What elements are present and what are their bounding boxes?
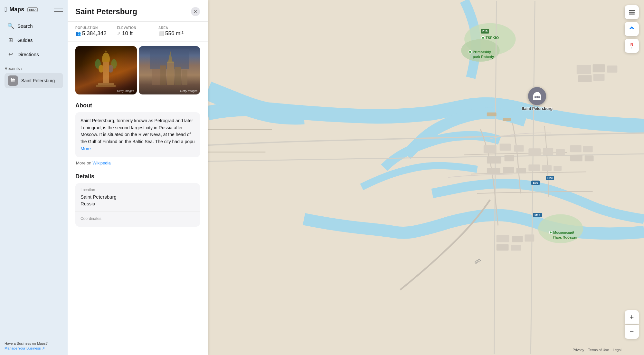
poi-dot-tspkio xyxy=(481,36,485,39)
location-value: Saint PetersburgRussia xyxy=(80,193,195,207)
svg-rect-31 xyxy=(556,149,565,155)
recents-label[interactable]: Recents › xyxy=(5,66,63,71)
area-label: AREA xyxy=(158,26,200,30)
area-stat: AREA ⬜ 556 mi² xyxy=(158,26,200,37)
svg-rect-53 xyxy=(208,152,265,152)
location-row: Location Saint PetersburgRussia xyxy=(75,183,200,212)
sidebar-nav: 🔍 Search ⊞ Guides ↩ Directions xyxy=(0,17,68,63)
svg-rect-35 xyxy=(528,164,540,171)
population-stat: POPULATION 👥 5,384,342 xyxy=(75,26,117,37)
svg-rect-6 xyxy=(98,83,114,86)
manage-business-link[interactable]: Manage Your Business ↗ xyxy=(5,346,63,350)
map-layers-button[interactable] xyxy=(625,5,639,19)
population-icon: 👥 xyxy=(75,31,81,36)
poi-dot-primorskly xyxy=(469,50,472,54)
svg-rect-47 xyxy=(577,65,591,74)
legal-link[interactable]: Legal xyxy=(613,348,621,352)
svg-rect-57 xyxy=(535,92,539,94)
svg-rect-22 xyxy=(487,113,497,116)
svg-rect-34 xyxy=(516,168,526,173)
beta-badge: BETA xyxy=(27,7,38,12)
details-section: Details Location Saint PetersburgRussia … xyxy=(68,170,208,233)
map-footer: Privacy Terms of Use Legal xyxy=(573,348,621,352)
svg-rect-26 xyxy=(514,145,524,152)
location-title: Saint Petersburg xyxy=(75,7,137,16)
compass-button[interactable]: N ● xyxy=(625,39,639,53)
directions-icon: ↩ xyxy=(7,51,14,58)
photo-1-caption: Getty Images xyxy=(117,89,134,93)
pin-label: Saint Petersburg xyxy=(522,106,553,111)
sidebar:  Maps BETA 🔍 Search ⊞ Guides ↩ Directio… xyxy=(0,0,68,355)
photos-row: Getty Images xyxy=(68,42,208,99)
photo-placeholder-1 xyxy=(75,46,137,94)
nav-item-search[interactable]: 🔍 Search xyxy=(3,19,64,33)
svg-point-1 xyxy=(95,59,101,69)
svg-rect-11 xyxy=(152,69,160,85)
svg-rect-63 xyxy=(629,14,635,15)
svg-rect-24 xyxy=(484,145,497,153)
elevation-stat: ELEVATION ↗ 10 ft xyxy=(117,26,158,37)
about-card: Saint Petersburg, formerly known as Petr… xyxy=(75,112,200,157)
svg-rect-16 xyxy=(182,70,187,85)
business-text: Have a Business on Maps? xyxy=(5,341,63,345)
detail-card: Location Saint PetersburgRussia Coordina… xyxy=(75,183,200,227)
svg-rect-28 xyxy=(505,155,514,161)
privacy-link[interactable]: Privacy xyxy=(573,348,584,352)
svg-rect-29 xyxy=(528,148,541,156)
location-label: Location xyxy=(80,188,195,192)
svg-rect-17 xyxy=(167,62,174,63)
sidebar-toggle-button[interactable] xyxy=(54,6,63,13)
svg-rect-7 xyxy=(96,85,116,87)
location-button[interactable] xyxy=(625,22,639,36)
terms-link[interactable]: Terms of Use xyxy=(588,348,609,352)
population-label: POPULATION xyxy=(75,26,117,30)
compass-dot: ● xyxy=(631,47,633,49)
zoom-out-button[interactable]: − xyxy=(625,325,639,339)
recent-item-label: Saint Petersburg xyxy=(21,78,55,83)
nav-item-guides[interactable]: ⊞ Guides xyxy=(3,33,64,47)
svg-rect-46 xyxy=(511,245,521,251)
photo-card-2[interactable]: Getty Images xyxy=(139,46,200,94)
svg-rect-58 xyxy=(535,96,536,98)
map-pin-saint-petersburg[interactable]: Saint Petersburg xyxy=(522,87,553,111)
road-badge-e18: E18 xyxy=(481,29,489,34)
svg-rect-39 xyxy=(583,146,593,152)
wikipedia-link[interactable]: Wikipedia xyxy=(92,161,110,165)
svg-rect-42 xyxy=(497,235,509,242)
photo-placeholder-2 xyxy=(139,46,200,94)
svg-rect-62 xyxy=(629,12,635,13)
poi-primorskly: Primorskly park Pobedy xyxy=(469,50,494,59)
layers-icon xyxy=(628,9,635,16)
svg-rect-27 xyxy=(487,156,501,163)
panel-header: Saint Petersburg ✕ xyxy=(68,0,208,22)
search-icon: 🔍 xyxy=(7,22,14,29)
svg-rect-38 xyxy=(570,145,582,152)
map-area[interactable]: 3ЗД TSPKIO Primorskly park Pobedy Москов… xyxy=(208,0,644,355)
photo-card-1[interactable]: Getty Images xyxy=(75,46,137,94)
svg-rect-49 xyxy=(607,65,617,73)
wikipedia-link-row: More on Wikipedia xyxy=(75,161,200,165)
about-text: Saint Petersburg, formerly known as Petr… xyxy=(80,117,195,152)
svg-rect-61 xyxy=(629,10,635,11)
coordinates-label: Coordinates xyxy=(80,216,195,221)
nav-item-directions[interactable]: ↩ Directions xyxy=(3,47,64,61)
recent-item-icon: 🏛 xyxy=(8,75,18,86)
svg-rect-48 xyxy=(593,64,605,72)
details-title: Details xyxy=(75,173,200,180)
road-badge-m10: M10 xyxy=(533,213,542,217)
population-value: 👥 5,384,342 xyxy=(75,30,117,37)
svg-rect-51 xyxy=(593,74,605,81)
svg-rect-41 xyxy=(585,155,594,161)
sidebar-header:  Maps BETA xyxy=(0,0,68,17)
nav-label-directions: Directions xyxy=(17,52,39,57)
svg-rect-50 xyxy=(578,75,592,82)
more-link[interactable]: More xyxy=(80,146,91,151)
svg-rect-32 xyxy=(487,168,500,174)
coordinates-row: Coordinates xyxy=(75,212,200,227)
sidebar-footer: Have a Business on Maps? Manage Your Bus… xyxy=(0,337,68,355)
svg-rect-44 xyxy=(525,234,534,242)
close-button[interactable]: ✕ xyxy=(191,7,200,16)
recent-item-saint-petersburg[interactable]: 🏛 Saint Petersburg xyxy=(5,73,63,88)
zoom-in-button[interactable]: + xyxy=(625,310,639,324)
road-badge-e95: E95 xyxy=(531,181,540,185)
